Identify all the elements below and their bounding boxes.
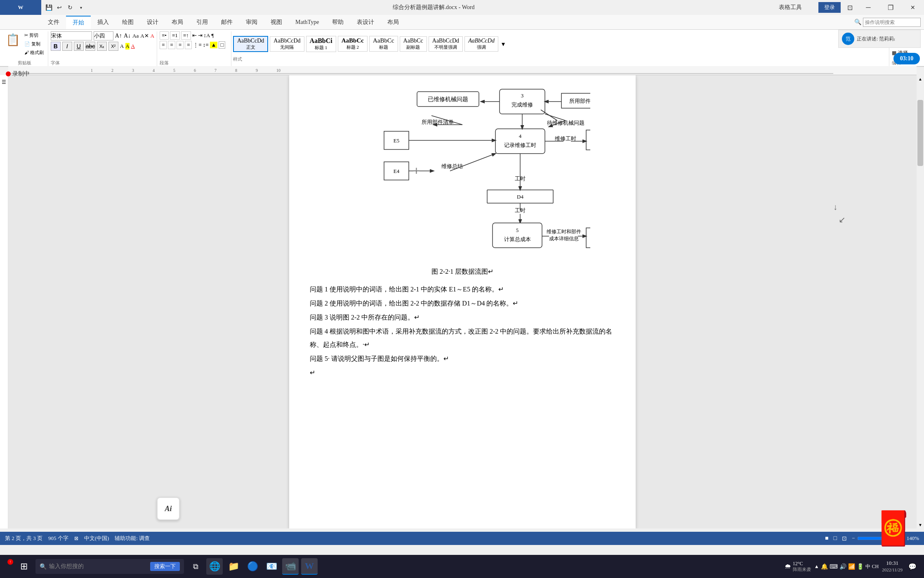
tab-insert[interactable]: 插入	[91, 16, 116, 28]
line-spacing-btn[interactable]: ↕≡	[203, 42, 209, 48]
taskbar-search-icon: 🔍	[40, 563, 47, 570]
strikethrough-btn[interactable]: abc	[85, 42, 95, 51]
notification-dot[interactable]: !	[7, 559, 13, 565]
font-shrink-btn[interactable]: A↓	[124, 33, 131, 39]
align-right-btn[interactable]: ≡	[177, 41, 184, 49]
tab-mathtype[interactable]: MathType	[289, 17, 325, 28]
numbering-btn[interactable]: ≡1	[170, 31, 180, 40]
border-btn[interactable]: □	[219, 41, 225, 49]
taskbar-app-explorer[interactable]: 📁	[225, 558, 242, 575]
taskbar-app-ie[interactable]: 🔵	[244, 558, 261, 575]
sort-btn[interactable]: ↕A	[204, 32, 210, 39]
italic-btn[interactable]: I	[62, 42, 72, 51]
tray-clock[interactable]: 10:31 2022/11/29	[882, 560, 903, 573]
zoom-slider[interactable]	[857, 535, 898, 542]
font-case-btn[interactable]: Aa	[132, 33, 139, 39]
tab-view[interactable]: 视图	[264, 16, 289, 28]
shading-btn[interactable]: ▲	[210, 42, 218, 48]
show-marks-btn[interactable]: ¶	[211, 32, 214, 39]
bullets-btn[interactable]: ≡•	[160, 31, 169, 40]
style-subtitle[interactable]: AaBbCc 副标题	[400, 36, 427, 52]
vscrollbar[interactable]: ▲ ▼	[917, 75, 924, 528]
align-left-btn[interactable]: ≡	[160, 41, 167, 49]
tab-file[interactable]: 文件	[41, 16, 66, 28]
font-grow-btn[interactable]: A↑	[115, 33, 122, 39]
login-btn[interactable]: 登录	[818, 2, 841, 13]
tray-weather[interactable]: 🌧 12°C 阵雨来袭	[785, 561, 811, 572]
taskbar-app-meeting[interactable]: 📹	[282, 558, 299, 575]
text-effect-btn[interactable]: A	[120, 43, 124, 50]
format-painter-btn[interactable]: 🖌 格式刷	[23, 49, 45, 57]
zoom-minus-btn[interactable]: −	[852, 535, 855, 542]
minimize-btn[interactable]: ─	[857, 0, 879, 15]
align-center-btn[interactable]: ≡	[168, 41, 175, 49]
tab-design[interactable]: 设计	[140, 16, 165, 28]
undo-qa-btn[interactable]: ↩	[54, 2, 64, 12]
vscroll-up-btn[interactable]: ▲	[917, 75, 924, 83]
style-no-spacing[interactable]: AaBbCcDd 无间隔	[270, 36, 304, 52]
tab-mailings[interactable]: 邮件	[214, 16, 239, 28]
ribbon-search-input[interactable]	[863, 18, 921, 27]
font-size-input[interactable]	[94, 31, 113, 40]
more-qa-btn[interactable]: ▾	[76, 2, 86, 12]
styles-more-btn[interactable]: ▾	[500, 38, 507, 50]
doc-page[interactable]: ✛ 已维修机械问题 3 完成维修 所用部件	[289, 75, 636, 528]
cut-btn[interactable]: ✂ 剪切	[23, 31, 45, 39]
search-bar[interactable]: 🔍 输入你想搜的 搜索一下	[35, 559, 184, 574]
taskbar-search-placeholder: 输入你想搜的	[49, 563, 84, 570]
zoom-slider-container[interactable]: − + 140%	[852, 535, 919, 542]
tab-review[interactable]: 审阅	[239, 16, 264, 28]
multilevel-btn[interactable]: ≡↑	[181, 31, 191, 40]
taskbar-app-edge[interactable]: 🌐	[206, 558, 223, 575]
font-clear-btn[interactable]: A✕	[140, 33, 148, 39]
search-btn[interactable]: 搜索一下	[150, 562, 180, 571]
view-normal-btn[interactable]: ■	[825, 535, 828, 542]
tab-home[interactable]: 开始	[66, 16, 91, 29]
subscript-btn[interactable]: X₂	[97, 42, 107, 51]
vscroll-down-btn[interactable]: ▼	[917, 521, 924, 528]
view-toggle-btn[interactable]: ⊡	[842, 0, 857, 15]
start-btn[interactable]: ⊞	[15, 557, 33, 576]
tray-icons[interactable]: ▲ 🔔 ⌨ 🔊 📶 🔋 中 CH	[814, 563, 879, 570]
underline-btn[interactable]: U	[74, 42, 84, 51]
svg-text:3: 3	[521, 92, 524, 99]
redo-qa-btn[interactable]: ↻	[65, 2, 75, 12]
columns-btn[interactable]: ⋮≡	[193, 42, 201, 48]
superscript-btn[interactable]: X²	[108, 42, 118, 51]
justify-btn[interactable]: ≡	[185, 41, 192, 49]
bold-btn[interactable]: B	[51, 42, 61, 51]
style-normal[interactable]: AaBbCcDd 正文	[233, 36, 268, 52]
taskbar-app-mail[interactable]: 📧	[263, 558, 280, 575]
save-qa-btn[interactable]: 💾	[44, 2, 54, 12]
text-highlight-btn[interactable]: A	[125, 43, 129, 50]
task-view-btn[interactable]: ⧉	[186, 557, 205, 576]
view-read-btn[interactable]: □	[834, 535, 837, 542]
decrease-indent-btn[interactable]: ⇤	[192, 32, 197, 39]
ai-btn[interactable]: Ai	[157, 497, 180, 520]
style-subtle-emph[interactable]: AaBbCcDd 不明显强调	[429, 36, 463, 52]
paste-btn[interactable]: 📋	[4, 31, 22, 48]
maximize-btn[interactable]: ❐	[879, 0, 902, 15]
style-heading1[interactable]: AaBbCi 标题 1	[306, 36, 336, 52]
copy-btn[interactable]: 📄 复制	[23, 40, 45, 48]
zoom-plus-btn[interactable]: +	[901, 535, 904, 542]
style-title[interactable]: AaBbCc 标题	[369, 36, 398, 52]
style-heading2[interactable]: AaBbCc 标题 2	[338, 36, 368, 52]
notification-center-btn[interactable]: 💬	[906, 560, 919, 573]
vscroll-thumb[interactable]	[917, 100, 923, 166]
tab-help[interactable]: 帮助	[325, 16, 350, 28]
tab-draw[interactable]: 绘图	[116, 16, 140, 28]
close-btn[interactable]: ✕	[902, 0, 924, 15]
increase-indent-btn[interactable]: ⇥	[198, 32, 203, 39]
tab-table-layout[interactable]: 布局	[381, 16, 405, 28]
font-color-btn[interactable]: A	[131, 43, 135, 50]
tab-layout[interactable]: 布局	[165, 16, 190, 28]
view-web-btn[interactable]: ⊡	[842, 535, 847, 542]
tab-table-design[interactable]: 表设计	[350, 16, 381, 28]
font-color-A-btn[interactable]: A	[151, 33, 154, 39]
font-name-input[interactable]	[51, 31, 92, 40]
taskbar-app-word[interactable]: W	[301, 558, 318, 575]
style-emphasis[interactable]: AaBbCcDd 强调	[464, 36, 498, 52]
nav-icon[interactable]: ☰	[2, 79, 6, 85]
tab-references[interactable]: 引用	[190, 16, 214, 28]
